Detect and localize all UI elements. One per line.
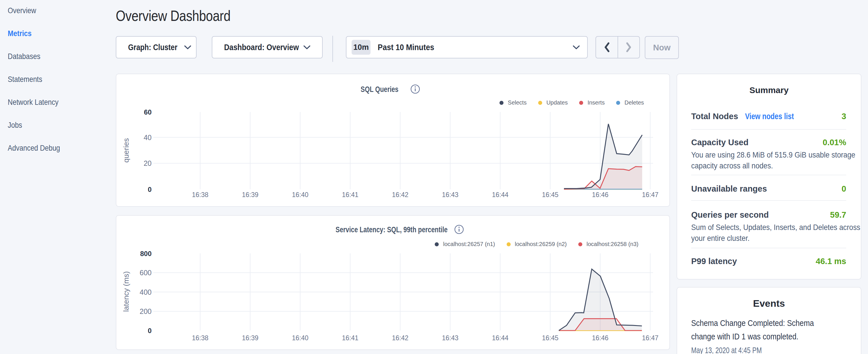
svg-text:16:47: 16:47 [642,191,658,198]
svg-text:200: 200 [140,307,152,315]
svg-text:0: 0 [148,327,152,334]
svg-text:queries: queries [122,138,130,162]
svg-text:40: 40 [144,133,152,141]
svg-text:16:38: 16:38 [192,191,209,198]
svg-text:16:40: 16:40 [292,334,309,342]
svg-text:16:43: 16:43 [442,191,459,198]
svg-text:latency (ms): latency (ms) [122,271,130,312]
svg-text:0: 0 [148,186,152,193]
svg-text:16:44: 16:44 [492,334,509,342]
svg-text:16:38: 16:38 [192,334,209,342]
svg-text:16:44: 16:44 [492,191,509,198]
svg-text:16:41: 16:41 [342,334,359,342]
svg-text:16:40: 16:40 [292,191,309,198]
svg-text:16:43: 16:43 [442,334,459,342]
svg-text:16:42: 16:42 [392,191,409,198]
svg-text:400: 400 [140,288,152,296]
svg-text:600: 600 [140,269,152,277]
svg-text:60: 60 [144,108,152,116]
svg-text:16:45: 16:45 [542,334,559,342]
svg-text:20: 20 [144,159,152,167]
svg-text:16:41: 16:41 [342,191,359,198]
svg-text:16:47: 16:47 [642,334,658,342]
svg-text:16:46: 16:46 [592,334,609,342]
svg-text:16:39: 16:39 [242,334,258,342]
svg-text:16:45: 16:45 [542,191,559,198]
svg-text:16:46: 16:46 [592,191,609,198]
svg-text:16:42: 16:42 [392,334,409,342]
svg-text:16:39: 16:39 [242,191,258,198]
svg-text:800: 800 [140,250,152,257]
